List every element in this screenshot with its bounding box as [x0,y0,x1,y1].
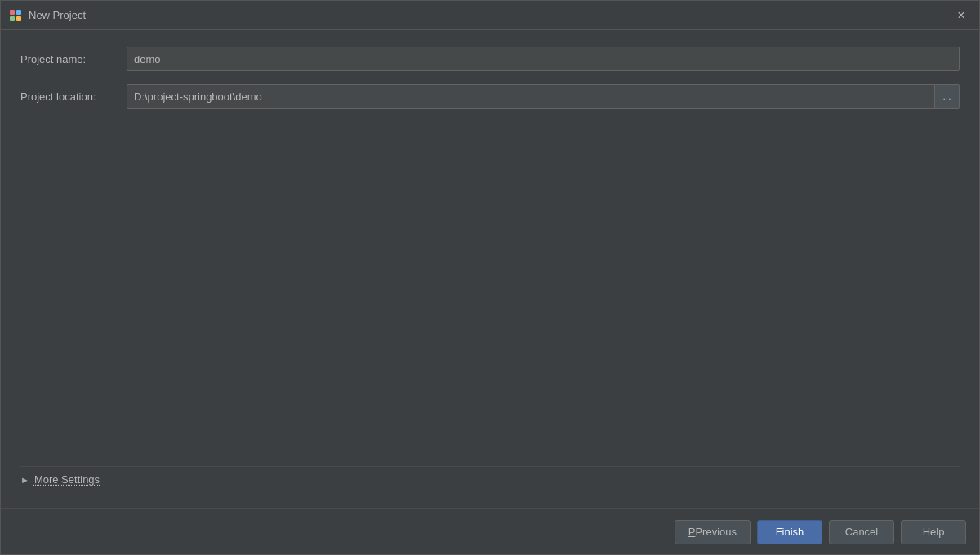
finish-label: Finish [776,526,804,538]
svg-rect-0 [10,10,15,15]
content-spacer [20,122,960,466]
project-name-row: Project name: [20,47,960,71]
project-location-row: Project location: ... [20,84,960,109]
svg-rect-1 [16,10,21,15]
project-name-input[interactable] [127,47,960,71]
help-label: Help [923,526,945,538]
project-name-label: Project name: [20,53,127,65]
dialog-content: Project name: Project location: ... ► Mo… [1,30,979,508]
help-button[interactable]: Help [901,520,966,544]
project-location-input[interactable] [127,84,935,109]
browse-label: ... [942,91,951,102]
svg-rect-3 [16,16,21,21]
title-bar: New Project × [1,1,979,30]
svg-rect-2 [10,16,15,21]
more-settings-toggle[interactable]: ► More Settings [20,466,960,492]
close-button[interactable]: × [951,6,971,25]
previous-button[interactable]: PPrevious [675,520,751,544]
app-icon [9,9,22,22]
finish-button[interactable]: Finish [757,520,822,544]
chevron-right-icon: ► [20,475,29,485]
new-project-dialog: New Project × Project name: Project loca… [0,0,980,555]
cancel-label: Cancel [845,526,878,538]
dialog-title: New Project [29,9,951,21]
previous-label: PPrevious [688,526,737,538]
project-location-label: Project location: [20,91,127,103]
browse-button[interactable]: ... [935,84,960,109]
more-settings-label: More Settings [34,473,100,486]
project-location-field-group: ... [127,84,960,109]
button-bar: PPrevious Finish Cancel Help [1,508,979,554]
cancel-button[interactable]: Cancel [829,520,894,544]
